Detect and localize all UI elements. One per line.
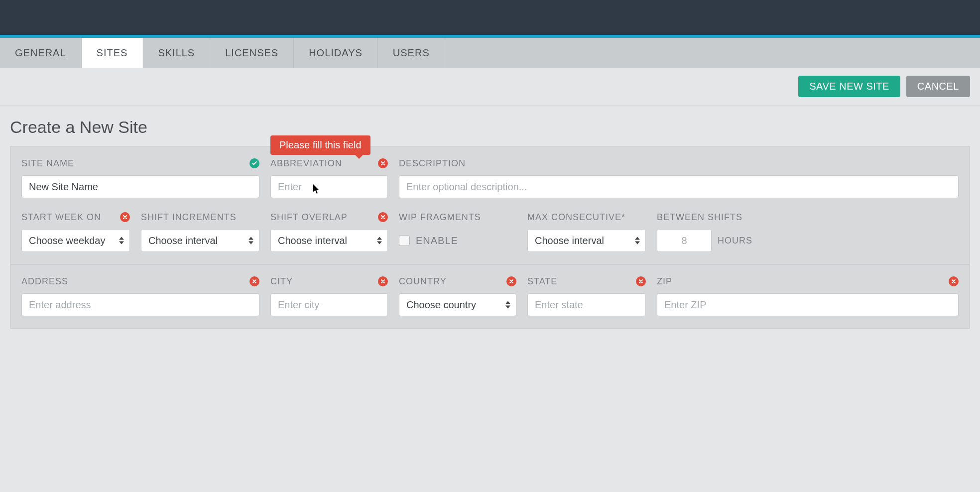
cancel-button[interactable]: CANCEL bbox=[906, 76, 970, 97]
wip-fragments-checkbox[interactable] bbox=[399, 235, 410, 246]
tab-skills[interactable]: SKILLS bbox=[143, 38, 210, 68]
shift-overlap-label: SHIFT OVERLAP bbox=[270, 212, 348, 223]
abbreviation-input[interactable] bbox=[270, 175, 388, 198]
error-circle-icon bbox=[249, 276, 259, 286]
tab-users[interactable]: USERS bbox=[378, 38, 445, 68]
zip-input[interactable] bbox=[657, 293, 959, 316]
error-circle-icon bbox=[506, 276, 516, 286]
form-panel: SITE NAME Please fill this field ABBREVI… bbox=[10, 146, 970, 329]
shift-overlap-select[interactable]: Choose interval bbox=[270, 229, 388, 252]
country-label: COUNTRY bbox=[399, 276, 447, 287]
start-week-label: START WEEK ON bbox=[21, 212, 101, 223]
field-max-consecutive: MAX CONSECUTIVE* Choose interval bbox=[527, 210, 646, 252]
wip-fragments-label: WIP FRAGMENTS bbox=[399, 212, 481, 223]
action-bar: SAVE NEW SITE CANCEL bbox=[0, 68, 980, 106]
check-circle-icon bbox=[249, 158, 259, 168]
error-circle-icon bbox=[120, 212, 130, 222]
field-start-week: START WEEK ON Choose weekday bbox=[21, 210, 130, 252]
max-consecutive-select[interactable]: Choose interval bbox=[527, 229, 646, 252]
field-shift-increments: SHIFT INCREMENTS Choose interval bbox=[141, 210, 259, 252]
error-circle-icon bbox=[378, 158, 388, 168]
field-shift-overlap: SHIFT OVERLAP Choose interval bbox=[270, 210, 388, 252]
country-select[interactable]: Choose country bbox=[399, 293, 516, 316]
field-address: ADDRESS bbox=[21, 274, 259, 316]
field-state: STATE bbox=[527, 274, 646, 316]
description-input[interactable] bbox=[399, 175, 959, 198]
top-bar bbox=[0, 0, 980, 35]
save-new-site-button[interactable]: SAVE NEW SITE bbox=[798, 76, 900, 97]
error-circle-icon bbox=[378, 212, 388, 222]
zip-label: ZIP bbox=[657, 276, 672, 287]
page-title: Create a New Site bbox=[10, 118, 970, 137]
between-shifts-suffix: HOURS bbox=[718, 236, 752, 246]
address-input[interactable] bbox=[21, 293, 259, 316]
max-consecutive-label: MAX CONSECUTIVE* bbox=[527, 212, 625, 223]
field-description: DESCRIPTION bbox=[399, 156, 959, 198]
field-abbreviation: Please fill this field ABBREVIATION bbox=[270, 156, 388, 198]
tab-licenses[interactable]: LICENSES bbox=[210, 38, 294, 68]
error-circle-icon bbox=[378, 276, 388, 286]
field-city: CITY bbox=[270, 274, 388, 316]
state-input[interactable] bbox=[527, 293, 646, 316]
description-label: DESCRIPTION bbox=[399, 158, 466, 169]
between-shifts-label: BETWEEN SHIFTS bbox=[657, 212, 742, 223]
state-label: STATE bbox=[527, 276, 557, 287]
tab-general[interactable]: GENERAL bbox=[0, 38, 82, 68]
form-section-address: ADDRESS CITY bbox=[10, 264, 970, 328]
site-name-label: SITE NAME bbox=[21, 158, 74, 169]
shift-increments-select[interactable]: Choose interval bbox=[141, 229, 259, 252]
site-name-input[interactable] bbox=[21, 175, 259, 198]
start-week-select[interactable]: Choose weekday bbox=[21, 229, 130, 252]
validation-tooltip: Please fill this field bbox=[270, 135, 370, 155]
field-wip-fragments: WIP FRAGMENTS ENABLE bbox=[399, 210, 516, 252]
field-between-shifts: BETWEEN SHIFTS HOURS bbox=[657, 210, 959, 252]
abbreviation-label: ABBREVIATION bbox=[270, 158, 342, 169]
content: Create a New Site SITE NAME Please fill … bbox=[0, 106, 980, 341]
city-input[interactable] bbox=[270, 293, 388, 316]
error-circle-icon bbox=[636, 276, 646, 286]
between-shifts-input[interactable] bbox=[657, 229, 712, 252]
field-zip: ZIP bbox=[657, 274, 959, 316]
tab-holidays[interactable]: HOLIDAYS bbox=[294, 38, 378, 68]
tabs: GENERAL SITES SKILLS LICENSES HOLIDAYS U… bbox=[0, 38, 980, 68]
field-country: COUNTRY Choose country bbox=[399, 274, 516, 316]
tab-sites[interactable]: SITES bbox=[82, 38, 143, 68]
city-label: CITY bbox=[270, 276, 293, 287]
field-site-name: SITE NAME bbox=[21, 156, 259, 198]
shift-increments-label: SHIFT INCREMENTS bbox=[141, 212, 237, 223]
error-circle-icon bbox=[949, 276, 959, 286]
wip-fragments-checkbox-label: ENABLE bbox=[416, 235, 458, 246]
form-section-basic: SITE NAME Please fill this field ABBREVI… bbox=[10, 146, 970, 264]
address-label: ADDRESS bbox=[21, 276, 68, 287]
